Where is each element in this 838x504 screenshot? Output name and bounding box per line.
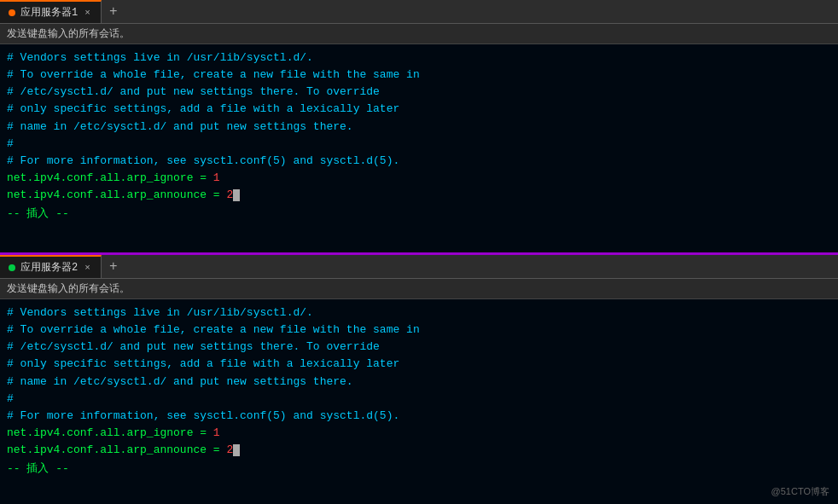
status-text-2: 发送键盘输入的所有会话。 [7,281,130,296]
tab-bar-1: 应用服务器1 × + [0,0,838,24]
tab-dot-2 [9,264,15,271]
insert-line-2: -- 插入 -- [7,461,831,478]
config-key-1-9: net.ipv4.conf.all.arp_announce [7,188,207,201]
line-1-5: # name in /etc/sysctl.d/ and put new set… [7,119,831,136]
status-bar-2: 发送键盘输入的所有会话。 [0,279,838,299]
line-2-2: # To override a whole file, create a new… [7,322,831,339]
tab-server2[interactable]: 应用服务器2 × [0,255,102,278]
config-eq-1-8: = [193,171,212,184]
pane-2: 应用服务器2 × + 发送键盘输入的所有会话。 # Vendors settin… [0,255,838,504]
config-eq-2-8: = [193,426,212,439]
config-key-1-8: net.ipv4.conf.all.arp_ignore [7,171,193,184]
tab-bar-2: 应用服务器2 × + [0,255,838,279]
tab-label-2: 应用服务器2 [20,260,78,275]
pane-1: 应用服务器1 × + 发送键盘输入的所有会话。 # Vendors settin… [0,0,838,252]
config-val-2-8: 1 [213,426,220,439]
line-2-1: # Vendors settings live in /usr/lib/sysc… [7,304,831,322]
tab-server1[interactable]: 应用服务器1 × [0,0,102,23]
line-1-7: # For more information, see sysctl.conf(… [7,153,831,170]
status-bar-1: 发送键盘输入的所有会话。 [0,24,838,44]
line-1-8: net.ipv4.conf.all.arp_ignore = 1 [7,170,831,187]
line-2-6: # [7,391,831,408]
line-2-3: # /etc/sysctl.d/ and put new settings th… [7,339,831,356]
line-1-4: # only specific settings, add a file wit… [7,101,831,118]
add-tab-2[interactable]: + [102,255,125,278]
config-val-1-9: 2 [226,188,233,201]
config-eq-1-9: = [207,188,226,201]
config-val-2-9: 2 [226,443,233,456]
insert-line-1: -- 插入 -- [7,206,831,223]
line-2-5: # name in /etc/sysctl.d/ and put new set… [7,374,831,391]
config-key-2-8: net.ipv4.conf.all.arp_ignore [7,426,193,439]
tab-close-1[interactable]: × [83,8,92,18]
status-text-1: 发送键盘输入的所有会话。 [7,26,130,41]
tab-dot-1 [9,9,15,16]
line-1-2: # To override a whole file, create a new… [7,67,831,84]
line-2-8: net.ipv4.conf.all.arp_ignore = 1 [7,425,831,442]
terminal-1[interactable]: # Vendors settings live in /usr/lib/sysc… [0,44,838,252]
cursor-1 [233,189,240,201]
tab-close-2[interactable]: × [83,263,92,273]
config-val-1-8: 1 [213,171,220,184]
config-eq-2-9: = [207,443,226,456]
line-1-6: # [7,136,831,153]
watermark: @51CTO博客 [771,484,829,499]
line-1-1: # Vendors settings live in /usr/lib/sysc… [7,49,831,67]
line-2-9: net.ipv4.conf.all.arp_announce = 2 [7,442,831,459]
line-1-3: # /etc/sysctl.d/ and put new settings th… [7,84,831,101]
line-2-4: # only specific settings, add a file wit… [7,356,831,373]
cursor-2 [233,444,240,456]
terminal-2[interactable]: # Vendors settings live in /usr/lib/sysc… [0,299,838,504]
tab-label-1: 应用服务器1 [20,5,78,20]
config-key-2-9: net.ipv4.conf.all.arp_announce [7,443,207,456]
line-2-7: # For more information, see sysctl.conf(… [7,408,831,425]
line-1-9: net.ipv4.conf.all.arp_announce = 2 [7,187,831,204]
add-tab-1[interactable]: + [102,0,125,23]
